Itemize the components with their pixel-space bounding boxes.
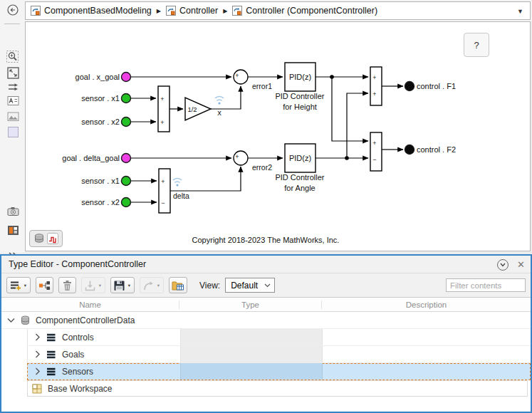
breadcrumb-label: Controller (ComponentController) [246,6,377,16]
adder-sensors-bottom[interactable]: + − [159,169,170,213]
chevron-collapsed-icon[interactable] [35,350,41,358]
delete-button[interactable] [58,277,76,293]
svg-text:+: + [372,140,376,147]
import-caret-icon: ▾ [97,283,103,288]
breadcrumb-label: Controller [179,6,218,16]
bus-icon [46,333,56,342]
port-control-f2 [405,145,414,155]
chevron-collapsed-icon[interactable] [35,333,41,341]
save-icon [113,279,126,292]
block-diagram: goal . x_goal sensor . x1 sensor . x2 go… [26,22,530,251]
folder-table-icon [171,279,185,292]
import-button[interactable]: ▾ [81,277,105,293]
save-caret-icon: ▾ [126,283,132,288]
save-button[interactable]: ▾ [110,277,135,293]
add-bus-element-button[interactable] [36,277,53,293]
canvas-badges [29,230,63,247]
adder-control-f2[interactable]: + − [370,132,382,171]
port-goal-x-goal [122,73,131,82]
chevron-collapsed-icon[interactable] [35,367,41,375]
table-row-controls[interactable]: Controls [27,329,531,346]
image-icon[interactable] [5,108,21,124]
port-sensor-x1-bottom [122,177,131,186]
type-cell[interactable] [180,329,323,345]
breadcrumb-item-subsystem[interactable]: Controller [166,6,218,16]
back-icon[interactable] [5,3,21,19]
row-label: Goals [62,350,84,360]
breadcrumb-item-component[interactable]: Controller (ComponentController) [232,6,377,16]
breadcrumb-separator-icon: ▶ [223,8,227,14]
sum-circle-top[interactable]: + − [234,70,248,87]
pid-height-name-1: PID Controller [275,92,324,100]
add-entry-button[interactable]: ▾ [6,277,31,293]
svg-text:−: − [237,80,241,87]
logged-signal-icon-x[interactable] [215,97,224,105]
area-icon[interactable] [5,124,21,140]
filter-contents-input[interactable] [446,278,526,292]
port-control-f1 [405,82,414,91]
column-header-description[interactable]: Description [322,300,531,309]
svg-text:+: + [160,95,164,103]
port-sensor-x2-top [122,117,131,127]
pid-angle-name-2: for Angle [284,184,315,192]
table-row-goals[interactable]: Goals [27,346,531,363]
annotation-icon[interactable] [5,93,21,108]
breadcrumb-item-model[interactable]: ComponentBasedModeling [31,6,152,16]
breadcrumb-label: ComponentBasedModeling [44,6,152,16]
port-sensor-x2-bottom [122,198,131,207]
table-row-root[interactable]: ComponentControllerData [1,312,531,329]
port-goal-delta-goal [122,154,131,163]
type-cell[interactable] [180,346,323,362]
svg-text:1/2: 1/2 [187,105,197,113]
breadcrumb-dropdown-icon[interactable]: ▼ [517,8,523,15]
pid-angle-block[interactable]: PID(z) [285,144,315,172]
open-views-button[interactable] [169,277,187,293]
export-button[interactable]: ▾ [140,277,164,293]
sum-circle-bottom[interactable]: + − [234,151,248,168]
bus-icon [46,350,56,359]
row-label: ComponentControllerData [36,315,135,325]
fit-to-view-icon[interactable] [5,65,21,80]
type-cell[interactable] [180,363,323,380]
column-header-name[interactable]: Name [1,300,179,309]
back-arrow-icon [6,4,19,16]
zoom-region-icon[interactable] [5,49,21,65]
error1-label: error1 [252,82,272,90]
table-row-base-workspace[interactable]: Base Workspace [27,380,528,397]
chevron-expanded-icon[interactable] [7,318,15,323]
pid-height-block[interactable]: PID(z) [285,63,315,91]
data-dictionary-icon[interactable] [33,233,45,244]
gain-block[interactable]: 1/2 [185,98,211,120]
top-navigation-bar: ComponentBasedModeling ▶ Controller ▶ Co… [0,0,532,21]
viewmarks-icon[interactable] [5,222,21,238]
sensor-x2-label-bottom: sensor . x2 [81,198,120,206]
collapse-panel-icon[interactable] [497,259,508,271]
copyright-text: Copyright 2018-2023 The MathWorks, Inc. [192,236,340,244]
view-dropdown[interactable]: Default [225,278,275,293]
logged-signal-icon-delta[interactable] [173,179,182,187]
table-row-sensors[interactable]: Sensors [27,363,531,380]
export-caret-icon: ▾ [155,283,162,288]
view-dropdown-value: Default [231,281,258,291]
goal-x-goal-label: goal . x_goal [75,73,120,81]
column-header-type[interactable]: Type [179,300,322,309]
divider [4,23,20,24]
model-icon [31,6,41,16]
goal-delta-goal-label: goal . delta_goal [62,154,120,162]
adder-sensors-top[interactable]: + + [158,86,169,132]
close-icon[interactable]: ✕ [517,259,525,270]
model-canvas[interactable]: goal . x_goal sensor . x1 sensor . x2 go… [25,21,531,251]
export-icon [142,279,155,292]
svg-text:PID(z): PID(z) [289,154,311,162]
signal-x-label: x [217,108,221,117]
breadcrumb: ComponentBasedModeling ▶ Controller ▶ Co… [25,1,531,20]
help-button[interactable]: ? [464,33,489,57]
adder-control-f1[interactable]: + + [370,67,382,105]
type-editor-titlebar[interactable]: Type Editor - ComponentController ✕ [1,256,531,273]
screenshot-icon[interactable] [5,203,21,219]
bus-icon [46,367,56,376]
signal-lines[interactable] [131,75,403,202]
component-icon [232,6,242,16]
breadcrumb-separator-icon: ▶ [157,8,161,14]
signal-log-badge-icon[interactable] [47,233,58,244]
